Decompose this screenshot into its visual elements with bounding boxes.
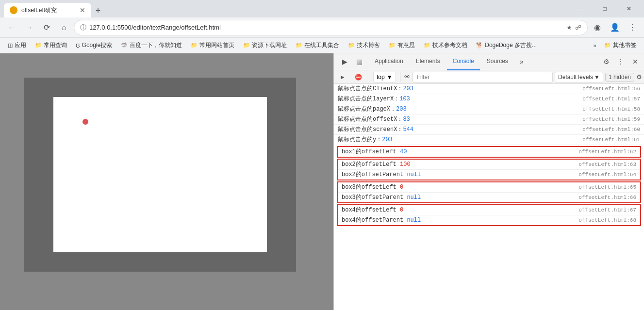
elements-picker-icon[interactable]: ▶ <box>338 55 351 68</box>
console-text: box2的offsetParent null <box>342 170 578 179</box>
bookmark-doge[interactable]: 🐕 DogeDoge 多吉搜... <box>472 40 541 51</box>
console-settings-icon[interactable]: ⚙ <box>636 73 642 81</box>
star-icon[interactable]: ★ <box>566 24 572 31</box>
folder-icon: 📁 <box>389 42 396 49</box>
bookmark-interesting[interactable]: 📁 有意思 <box>385 40 419 51</box>
browser-tab[interactable]: offsetLeft研究 ✕ <box>4 3 91 17</box>
refresh-button[interactable]: ⟳ <box>39 20 54 35</box>
console-row: 鼠标点击点的offsetX：83 offsetLeft.html:59 <box>334 114 644 125</box>
bookmark-tech-blog[interactable]: 📁 技术博客 <box>344 40 384 51</box>
console-link[interactable]: offsetLeft.html:67 <box>578 206 636 214</box>
bookmark-sites[interactable]: 📁 常用网站首页 <box>187 40 238 51</box>
chevron-down-icon2: ▼ <box>594 74 600 81</box>
translate-icon[interactable]: ☍ <box>575 24 581 31</box>
devtools-close-icon[interactable]: ✕ <box>628 55 642 68</box>
profile-button[interactable]: 👤 <box>607 20 623 35</box>
tab-close-button[interactable]: ✕ <box>80 7 85 14</box>
red-border-group-1: box1的offsetLeft 40 offsetLeft.html:62 <box>337 146 641 158</box>
folder-icon: 📁 <box>243 42 250 49</box>
more-tabs-icon[interactable]: » <box>515 55 528 68</box>
bookmark-tools[interactable]: 📁 在线工具集合 <box>292 40 343 51</box>
red-border-group-3: box3的offsetLeft 0 offsetLeft.html:65 box… <box>337 181 641 203</box>
baidu-icon: 🦈 <box>121 42 128 49</box>
levels-selector[interactable]: Default levels ▼ <box>555 72 603 82</box>
context-label: top <box>377 74 385 81</box>
tab-elements[interactable]: Elements <box>410 53 446 70</box>
info-icon: ⓘ <box>80 23 86 32</box>
console-link[interactable]: offsetLeft.html:62 <box>578 147 636 156</box>
console-link[interactable]: offsetLeft.html:61 <box>582 135 640 144</box>
console-row: box2的offsetParent null offsetLeft.html:6… <box>338 170 640 179</box>
box1 <box>24 78 296 272</box>
close-button[interactable]: ✕ <box>618 1 640 16</box>
bookmark-tech-docs[interactable]: 📁 技术参考文档 <box>420 40 471 51</box>
bookmark-label: Google搜索 <box>82 41 113 49</box>
bookmark-others[interactable]: 📁 其他书签 <box>600 40 640 51</box>
webpage-content[interactable] <box>0 53 333 310</box>
red-border-group-4: box4的offsetLeft 0 offsetLeft.html:67 box… <box>337 204 641 226</box>
address-box[interactable]: ⓘ 127.0.0.1:5500/editor/textRange/offset… <box>74 20 588 35</box>
console-text: 鼠标点击点的y：203 <box>338 135 582 144</box>
folder-icon: 📁 <box>424 42 430 49</box>
minimize-button[interactable]: ─ <box>569 1 592 16</box>
bookmark-queries[interactable]: 📁 常用查询 <box>31 40 71 51</box>
console-link[interactable]: offsetLeft.html:64 <box>578 170 636 179</box>
bookmark-resources[interactable]: 📁 资源下载网址 <box>239 40 291 51</box>
bookmarks-bar: ◫ 应用 📁 常用查询 G Google搜索 🦈 百度一下，你就知道 📁 常用网… <box>0 38 644 53</box>
bookmark-apps[interactable]: ◫ 应用 <box>4 40 30 51</box>
address-icons: ★ ☍ <box>566 24 581 31</box>
bookmark-label: 有意思 <box>397 41 415 49</box>
maximize-button[interactable]: □ <box>594 1 616 16</box>
bookmarks-more-button[interactable]: » <box>590 41 599 50</box>
eye-icon[interactable]: 👁 <box>404 73 411 81</box>
new-tab-button[interactable]: + <box>91 4 105 17</box>
console-link[interactable]: offsetLeft.html:66 <box>578 193 636 202</box>
tab-bar-area: offsetLeft研究 ✕ + <box>4 0 565 17</box>
bookmark-label: 常用网站首页 <box>199 41 234 49</box>
forward-button[interactable]: → <box>21 20 37 35</box>
console-link[interactable]: offsetLeft.html:59 <box>582 115 640 124</box>
bookmark-google[interactable]: G Google搜索 <box>72 40 116 51</box>
bookmark-label: 其他书签 <box>613 41 636 49</box>
clear-console-icon[interactable]: ⛔ <box>351 70 365 84</box>
console-link[interactable]: offsetLeft.html:57 <box>582 95 640 103</box>
devtools-more-icon[interactable]: ⋮ <box>614 55 627 68</box>
bookmark-label: 技术博客 <box>357 41 380 49</box>
console-link[interactable]: offsetLeft.html:60 <box>582 125 640 134</box>
execute-icon[interactable]: ► <box>336 70 349 84</box>
console-link[interactable]: offsetLeft.html:65 <box>578 183 636 192</box>
main-area: ▶ ▦ Application Elements Console Sources… <box>0 53 644 310</box>
filter-input[interactable] <box>413 72 553 82</box>
bookmark-label: DogeDoge 多吉搜... <box>485 41 537 49</box>
tab-title: offsetLeft研究 <box>21 6 76 15</box>
devtools-action-icons: ⚙ ⋮ ✕ <box>599 55 642 68</box>
title-bar: offsetLeft研究 ✕ + ─ □ ✕ <box>0 0 644 17</box>
console-link[interactable]: offsetLeft.html:56 <box>582 84 640 93</box>
console-link[interactable]: offsetLeft.html:68 <box>578 216 636 225</box>
console-row: box3的offsetParent null offsetLeft.html:6… <box>338 193 640 202</box>
console-text: 鼠标点击点的screenX：544 <box>338 125 582 134</box>
devtools-toolbar: ▶ ▦ Application Elements Console Sources… <box>334 53 644 70</box>
tab-console[interactable]: Console <box>447 53 480 70</box>
bookmark-label: 百度一下，你就知道 <box>130 41 182 49</box>
tab-application[interactable]: Application <box>369 53 409 70</box>
extensions-button[interactable]: ◉ <box>590 20 605 35</box>
tab-sources[interactable]: Sources <box>481 53 514 70</box>
menu-button[interactable]: ⋮ <box>625 20 640 35</box>
bookmark-baidu[interactable]: 🦈 百度一下，你就知道 <box>117 40 186 51</box>
console-row: box4的offsetLeft 0 offsetLeft.html:67 <box>338 205 640 215</box>
back-button[interactable]: ← <box>4 20 19 35</box>
console-link[interactable]: offsetLeft.html:58 <box>582 105 640 114</box>
red-border-group-2: box2的offsetLeft 100 offsetLeft.html:63 b… <box>337 159 641 180</box>
context-selector[interactable]: top ▼ <box>373 72 396 82</box>
console-text: box3的offsetLeft 0 <box>342 183 578 192</box>
devtools-settings-icon[interactable]: ⚙ <box>599 55 613 68</box>
home-button[interactable]: ⌂ <box>56 20 72 35</box>
bookmark-label: 应用 <box>15 41 26 49</box>
console-link[interactable]: offsetLeft.html:63 <box>578 160 636 169</box>
console-output[interactable]: 鼠标点击点的ClientX：203 offsetLeft.html:56 鼠标点… <box>334 84 644 310</box>
device-toolbar-icon[interactable]: ▦ <box>352 55 366 68</box>
address-bar: ← → ⟳ ⌂ ⓘ 127.0.0.1:5500/editor/textRang… <box>0 17 644 38</box>
browser-window: offsetLeft研究 ✕ + ─ □ ✕ ← → ⟳ ⌂ ⓘ 127.0.0… <box>0 0 644 310</box>
hidden-badge: 1 hidden <box>605 73 634 82</box>
